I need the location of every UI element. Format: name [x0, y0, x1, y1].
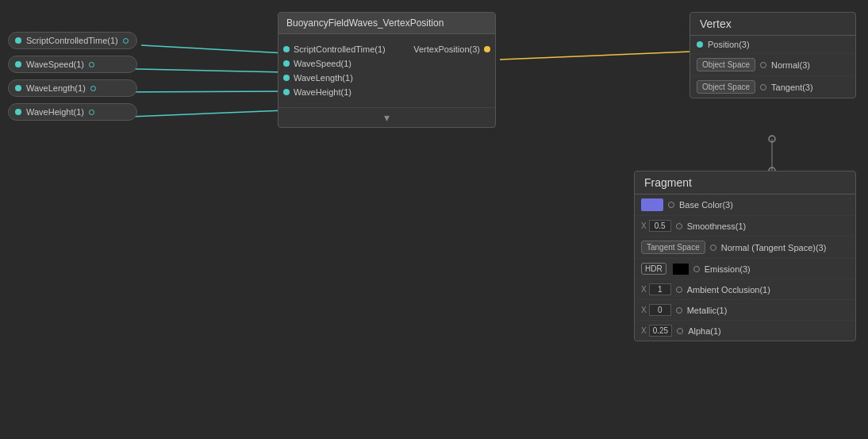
metallic-field[interactable]: X 0 — [641, 304, 671, 316]
smoothness-field[interactable]: X 0.5 — [641, 220, 671, 232]
dot-out-wave-length — [90, 86, 96, 91]
vertex-position-label: Position(3) — [708, 40, 849, 49]
central-input-label-0: ScriptControlledTime(1) — [294, 44, 386, 54]
dot-wave-height — [15, 109, 21, 115]
smoothness-label: Smoothness(1) — [687, 221, 849, 231]
vertex-tangent-label: Tangent(3) — [771, 83, 849, 92]
alpha-dot — [677, 328, 683, 334]
emission-label: Emission(3) — [705, 264, 849, 274]
input-node-label-wave-speed: WaveSpeed(1) — [26, 60, 84, 69]
central-output-row-0: VertexPosition(3) — [413, 42, 490, 56]
base-color-swatch[interactable] — [641, 198, 663, 211]
central-node-title: BuoyancyFieldWaves_VertexPosition — [278, 13, 495, 34]
central-input-row-1: WaveSpeed(1) — [283, 56, 404, 71]
base-color-label: Base Color(3) — [679, 200, 849, 210]
metallic-value[interactable]: 0 — [649, 304, 671, 316]
ambient-occlusion-field[interactable]: X 1 — [641, 283, 671, 295]
fragment-panel-title: Fragment — [635, 171, 855, 194]
vertex-tangent-dot — [760, 84, 766, 90]
central-input-row-0: ScriptControlledTime(1) — [283, 42, 404, 56]
ambient-occlusion-dot — [676, 287, 682, 293]
svg-point-6 — [769, 136, 775, 142]
vertex-position-dot — [697, 41, 703, 48]
vertex-normal-label: Normal(3) — [771, 60, 849, 70]
input-node-script-controlled-time[interactable]: ScriptControlledTime(1) — [8, 32, 137, 49]
emission-hdr-badge[interactable]: HDR — [641, 263, 666, 275]
fragment-panel: Fragment Base Color(3) X 0.5 Smoothness(… — [634, 171, 856, 341]
ambient-occlusion-value[interactable]: 1 — [649, 283, 671, 295]
input-node-wave-length[interactable]: WaveLength(1) — [8, 79, 137, 97]
fragment-row-alpha: X 0.25 Alpha(1) — [635, 321, 855, 341]
dot-out-wave-height — [89, 110, 94, 115]
dot-out-script-controlled-time — [123, 38, 129, 44]
fragment-row-smoothness: X 0.5 Smoothness(1) — [635, 216, 855, 237]
ambient-occlusion-prefix: X — [641, 285, 647, 294]
smoothness-value[interactable]: 0.5 — [649, 220, 671, 232]
normal-tangent-badge[interactable]: Tangent Space — [641, 241, 705, 254]
input-node-label-wave-height: WaveHeight(1) — [26, 107, 84, 117]
svg-line-0 — [141, 45, 286, 53]
emission-color-swatch[interactable] — [673, 264, 689, 275]
central-input-dot-1 — [283, 60, 290, 67]
svg-line-3 — [111, 110, 286, 117]
canvas-area: ScriptControlledTime(1) WaveSpeed(1) Wav… — [0, 0, 868, 439]
input-node-wave-height[interactable]: WaveHeight(1) — [8, 103, 137, 121]
fragment-row-normal-tangent: Tangent Space Normal (Tangent Space)(3) — [635, 237, 855, 259]
alpha-field[interactable]: X 0.25 — [641, 325, 672, 337]
input-node-label-script-controlled-time: ScriptControlledTime(1) — [26, 36, 118, 45]
vertex-row-tangent: Object Space Tangent(3) — [690, 76, 855, 98]
central-input-label-3: WaveHeight(1) — [294, 87, 351, 97]
normal-tangent-label: Normal (Tangent Space)(3) — [721, 243, 849, 252]
vertex-tangent-space-badge[interactable]: Object Space — [697, 80, 755, 94]
vertex-row-position: Position(3) — [690, 36, 855, 54]
central-inputs: ScriptControlledTime(1) WaveSpeed(1) Wav… — [278, 39, 409, 102]
central-input-row-3: WaveHeight(1) — [283, 85, 404, 99]
fragment-row-emission: HDR Emission(3) — [635, 259, 855, 279]
metallic-prefix: X — [641, 306, 647, 314]
central-node-footer[interactable]: ▾ — [278, 107, 495, 127]
fragment-row-ambient-occlusion: X 1 Ambient Occlusion(1) — [635, 279, 855, 300]
alpha-value[interactable]: 0.25 — [649, 325, 672, 337]
ambient-occlusion-label: Ambient Occlusion(1) — [687, 285, 849, 295]
input-node-label-wave-length: WaveLength(1) — [26, 83, 86, 93]
dot-wave-length — [15, 85, 21, 91]
vertex-normal-dot — [760, 62, 766, 68]
alpha-label: Alpha(1) — [688, 326, 849, 336]
svg-line-4 — [500, 52, 690, 60]
smoothness-dot — [676, 223, 682, 229]
input-nodes-container: ScriptControlledTime(1) WaveSpeed(1) Wav… — [8, 32, 137, 121]
central-output-label-0: VertexPosition(3) — [413, 44, 480, 54]
dot-wave-speed — [15, 61, 21, 67]
central-output-dot-0 — [484, 46, 490, 52]
alpha-prefix: X — [641, 326, 647, 335]
central-outputs: VertexPosition(3) — [409, 39, 495, 102]
vertex-normal-space-badge[interactable]: Object Space — [697, 58, 755, 71]
vertex-panel-title: Vertex — [690, 13, 855, 36]
vertex-row-normal: Object Space Normal(3) — [690, 54, 855, 76]
metallic-label: Metallic(1) — [687, 306, 849, 315]
emission-dot — [693, 266, 700, 272]
smoothness-prefix: X — [641, 221, 647, 230]
central-node: BuoyancyFieldWaves_VertexPosition Script… — [278, 12, 496, 128]
normal-tangent-dot — [710, 245, 716, 251]
central-node-body: ScriptControlledTime(1) WaveSpeed(1) Wav… — [278, 34, 495, 107]
central-input-row-2: WaveLength(1) — [283, 71, 404, 85]
central-input-dot-2 — [283, 75, 290, 81]
central-input-label-2: WaveLength(1) — [294, 73, 353, 83]
metallic-dot — [676, 307, 682, 314]
central-input-dot-3 — [283, 89, 290, 95]
vertex-panel: Vertex Position(3) Object Space Normal(3… — [689, 12, 856, 98]
dot-out-wave-speed — [89, 62, 94, 67]
input-node-wave-speed[interactable]: WaveSpeed(1) — [8, 56, 137, 73]
dot-script-controlled-time — [15, 37, 21, 44]
central-input-dot-0 — [283, 46, 290, 52]
base-color-dot — [668, 202, 674, 208]
fragment-row-base-color: Base Color(3) — [635, 194, 855, 216]
central-input-label-1: WaveSpeed(1) — [294, 59, 351, 68]
fragment-row-metallic: X 0 Metallic(1) — [635, 300, 855, 321]
